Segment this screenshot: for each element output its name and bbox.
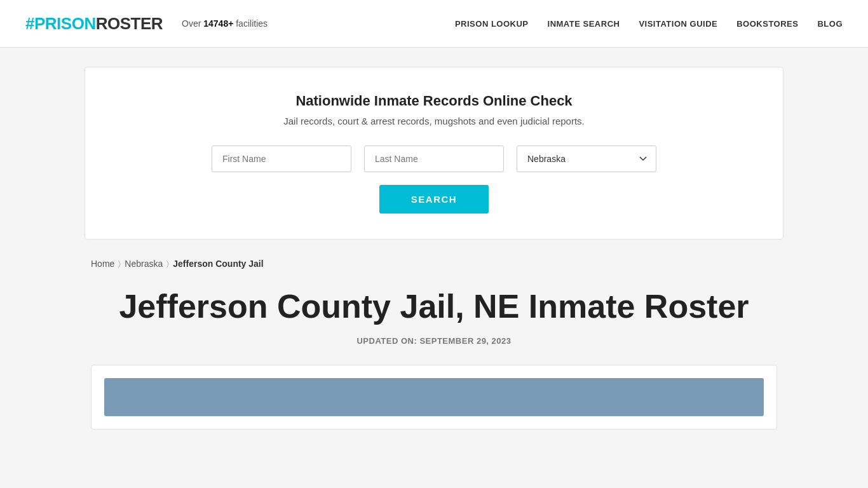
chevron-icon: 〉 <box>118 259 121 268</box>
search-section-subtitle: Jail records, court & arrest records, mu… <box>123 116 745 126</box>
breadcrumb-current: Jefferson County Jail <box>173 259 263 269</box>
logo-prison: PRISON <box>34 14 96 33</box>
facilities-count: 14748+ <box>203 18 233 29</box>
breadcrumb: Home 〉 Nebraska 〉 Jefferson County Jail <box>85 259 783 269</box>
logo-area: #PRISONROSTER Over 14748+ facilities <box>25 14 268 34</box>
breadcrumb-state[interactable]: Nebraska <box>125 259 163 269</box>
logo-link[interactable]: #PRISONROSTER <box>25 14 163 34</box>
facilities-prefix: Over <box>182 18 203 29</box>
last-name-input[interactable] <box>364 146 504 172</box>
nav-inmate-search[interactable]: INMATE SEARCH <box>548 19 620 29</box>
updated-on: UPDATED ON: SEPTEMBER 29, 2023 <box>91 336 777 346</box>
breadcrumb-home[interactable]: Home <box>91 259 114 269</box>
content-card <box>91 365 777 430</box>
logo-roster: ROSTER <box>96 14 163 33</box>
site-header: #PRISONROSTER Over 14748+ facilities PRI… <box>0 0 868 48</box>
search-section: Nationwide Inmate Records Online Check J… <box>85 67 783 240</box>
search-section-title: Nationwide Inmate Records Online Check <box>123 93 745 109</box>
chevron-icon-2: 〉 <box>166 259 169 268</box>
main-content: Jefferson County Jail, NE Inmate Roster … <box>85 288 783 430</box>
first-name-input[interactable] <box>212 146 351 172</box>
page-title: Jefferson County Jail, NE Inmate Roster <box>91 288 777 326</box>
search-form-row2: SEARCH <box>123 185 745 214</box>
logo-hash: # <box>25 14 34 33</box>
nav-blog[interactable]: BLOG <box>817 19 843 29</box>
nav-prison-lookup[interactable]: PRISON LOOKUP <box>455 19 529 29</box>
main-nav: PRISON LOOKUP INMATE SEARCH VISITATION G… <box>455 19 843 29</box>
state-select[interactable]: Nebraska <box>517 146 656 172</box>
facilities-suffix: facilities <box>233 18 268 29</box>
facilities-text: Over 14748+ facilities <box>182 18 268 29</box>
content-card-inner <box>104 378 764 416</box>
nav-visitation-guide[interactable]: VISITATION GUIDE <box>639 19 717 29</box>
nav-bookstores[interactable]: BOOKSTORES <box>736 19 798 29</box>
search-button[interactable]: SEARCH <box>379 185 489 214</box>
search-form: Nebraska <box>123 146 745 172</box>
